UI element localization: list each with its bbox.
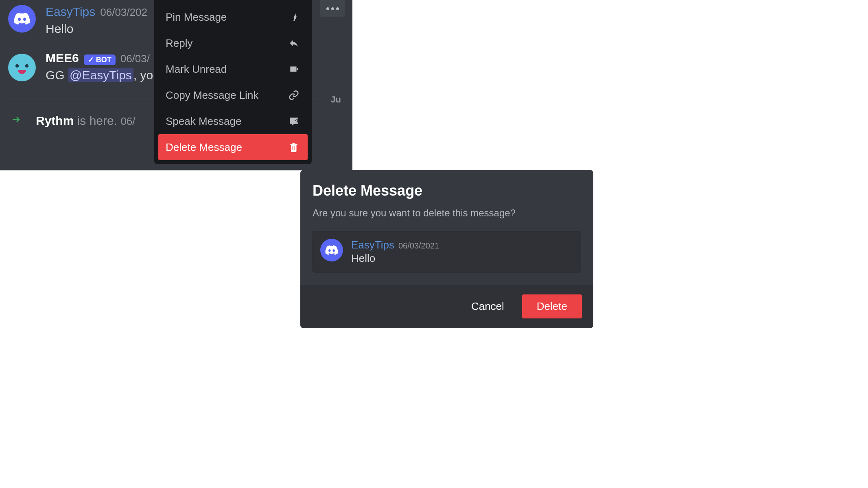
svg-rect-2 xyxy=(295,146,295,150)
more-button[interactable] xyxy=(320,0,345,17)
menu-label: Pin Message xyxy=(166,11,227,24)
username[interactable]: MEE6 xyxy=(46,51,79,65)
avatar-mee6-icon[interactable] xyxy=(8,54,36,81)
dot-icon xyxy=(326,7,329,10)
avatar-discord-icon[interactable] xyxy=(8,5,36,33)
username[interactable]: EasyTips xyxy=(46,5,95,19)
pin-icon xyxy=(287,11,300,24)
preview-header: EasyTips 06/03/2021 xyxy=(351,239,573,251)
timestamp: 06/03/ xyxy=(120,52,150,65)
link-icon xyxy=(287,89,300,102)
delete-message-modal: Delete Message Are you sure you want to … xyxy=(300,170,593,328)
svg-rect-1 xyxy=(293,146,293,150)
dot-icon xyxy=(331,7,334,10)
context-menu: Pin Message Reply Mark Unread Copy Messa… xyxy=(154,0,312,164)
system-text: Rythm is here. 06/ xyxy=(36,114,136,128)
speak-icon xyxy=(287,115,300,128)
menu-mark-unread[interactable]: Mark Unread xyxy=(158,56,308,82)
avatar-discord-icon xyxy=(320,239,343,261)
modal-body: Delete Message Are you sure you want to … xyxy=(300,170,593,285)
preview-timestamp: 06/03/2021 xyxy=(398,241,439,251)
modal-footer: Cancel Delete xyxy=(300,285,593,328)
dot-icon xyxy=(336,7,339,10)
delete-button[interactable]: Delete xyxy=(522,294,582,318)
modal-subtitle: Are you sure you want to delete this mes… xyxy=(313,207,581,219)
menu-copy-link[interactable]: Copy Message Link xyxy=(158,82,308,108)
svg-point-0 xyxy=(295,120,296,121)
reply-icon xyxy=(287,37,300,50)
trash-icon xyxy=(287,141,300,154)
user-mention[interactable]: @EasyTips xyxy=(68,68,133,82)
divider-label: Ju xyxy=(327,94,344,105)
menu-label: Copy Message Link xyxy=(166,89,258,102)
message-preview: EasyTips 06/03/2021 Hello xyxy=(313,231,581,272)
unread-icon xyxy=(287,63,300,76)
menu-reply[interactable]: Reply xyxy=(158,30,308,56)
menu-label: Speak Message xyxy=(166,115,241,128)
preview-content: EasyTips 06/03/2021 Hello xyxy=(351,239,573,265)
bot-badge: ✓ BOT xyxy=(84,54,116,65)
cancel-button[interactable]: Cancel xyxy=(463,294,512,318)
menu-pin-message[interactable]: Pin Message xyxy=(158,4,308,30)
menu-label: Mark Unread xyxy=(166,63,227,76)
join-arrow-icon xyxy=(8,114,24,127)
menu-speak-message[interactable]: Speak Message xyxy=(158,108,308,134)
modal-title: Delete Message xyxy=(313,182,581,199)
menu-label: Reply xyxy=(166,37,192,50)
timestamp: 06/03/202 xyxy=(100,6,147,19)
preview-username: EasyTips xyxy=(351,239,394,251)
menu-label: Delete Message xyxy=(166,141,242,154)
menu-delete-message[interactable]: Delete Message xyxy=(158,134,308,160)
preview-text: Hello xyxy=(351,252,573,265)
